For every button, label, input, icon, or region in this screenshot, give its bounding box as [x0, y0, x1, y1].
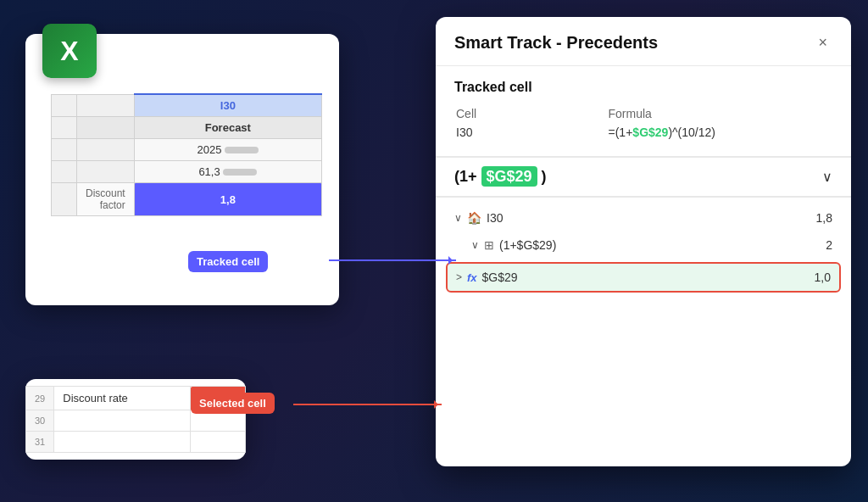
selected-cell-annotation: Selected cell — [191, 393, 275, 414]
tree-section: ∨ 🏠 I30 1,8 ∨ ⊞ (1+$G$29) 2 > fx $G$29 1… — [436, 198, 851, 303]
chevron-icon-i30[interactable]: ∨ — [454, 212, 462, 224]
formula-expression: (1+ $G$29 ) — [454, 168, 547, 186]
table-row: I30 =(1+$G$29)^(10/12) — [456, 124, 831, 141]
formula-text: =(1+$G$29)^(10/12) — [609, 124, 831, 141]
close-button[interactable]: × — [813, 32, 832, 53]
tree-value-g29: 1,0 — [815, 271, 831, 284]
mini-sheet: 29 Discount rate 1,0 30 31 — [25, 379, 246, 460]
tree-row-formula: ∨ ⊞ (1+$G$29) 2 — [436, 231, 851, 259]
tree-label-formula: (1+$G$29) — [499, 238, 556, 252]
fx-icon: fx — [467, 271, 477, 284]
panel-header: Smart Track - Precedents × — [436, 17, 851, 66]
table-row: 2025 — [52, 139, 322, 161]
selected-cell-arrow — [293, 404, 442, 405]
placeholder-bar-2 — [223, 169, 257, 176]
spreadsheet-forecast-label: Forecast — [134, 117, 321, 139]
spreadsheet-col-num — [52, 94, 77, 117]
tracked-cell-arrow — [329, 259, 456, 261]
cell-ref-value: I30 — [456, 124, 607, 141]
tree-row-i30: ∨ 🏠 I30 1,8 — [436, 204, 851, 231]
placeholder-bar — [225, 147, 259, 153]
value-2025: 2025 — [198, 143, 222, 156]
table-row: 61,3 — [52, 161, 322, 183]
row-num-31: 31 — [26, 432, 54, 453]
table-row: Discount factor 1,8 — [52, 183, 322, 216]
formula-bar: (1+ $G$29 ) ∨ — [436, 158, 851, 197]
excel-icon: X — [42, 24, 97, 78]
grid-icon: ⊞ — [484, 238, 494, 252]
chevron-icon-formula[interactable]: ∨ — [471, 239, 479, 251]
tracked-cell-annotation: Tracked cell — [188, 251, 268, 272]
spreadsheet-col-header: I30 — [134, 94, 321, 117]
formula-highlight: $G$29 — [481, 166, 537, 187]
discount-factor-label: Discount factor — [77, 183, 135, 216]
table-row: Cell Formula — [456, 105, 831, 122]
tree-label-g29: $G$29 — [482, 271, 518, 284]
formula-ref: $G$29 — [632, 126, 668, 139]
value-613: 61,3 — [198, 165, 220, 178]
tree-value-formula: 2 — [826, 238, 832, 252]
smart-track-panel: Smart Track - Precedents × Tracked cell … — [436, 17, 851, 466]
row-num-30: 30 — [26, 410, 54, 432]
spreadsheet-col-empty — [77, 94, 135, 117]
home-icon: 🏠 — [467, 211, 481, 225]
discount-factor-value: 1,8 — [134, 183, 321, 216]
spreadsheet: I30 Forecast 2025 61,3 — [51, 93, 322, 216]
discount-rate-label: Discount rate — [54, 387, 191, 410]
row-num-29: 29 — [26, 387, 54, 410]
table-row: 31 — [26, 432, 246, 453]
col-formula-header: Formula — [609, 105, 831, 122]
tree-row-g29[interactable]: > fx $G$29 1,0 — [446, 262, 841, 293]
panel-title: Smart Track - Precedents — [454, 33, 658, 53]
tree-label-i30: I30 — [487, 211, 503, 225]
chevron-down-icon[interactable]: ∨ — [822, 169, 832, 185]
cell-info-table: Cell Formula I30 =(1+$G$29)^(10/12) — [454, 103, 832, 142]
chevron-icon-g29[interactable]: > — [456, 271, 462, 283]
tracked-cell-section: Tracked cell Cell Formula I30 =(1+$G$29)… — [436, 66, 851, 157]
tracked-cell-title: Tracked cell — [454, 80, 832, 95]
col-cell-header: Cell — [456, 105, 607, 122]
tree-value-i30: 1,8 — [816, 211, 832, 225]
